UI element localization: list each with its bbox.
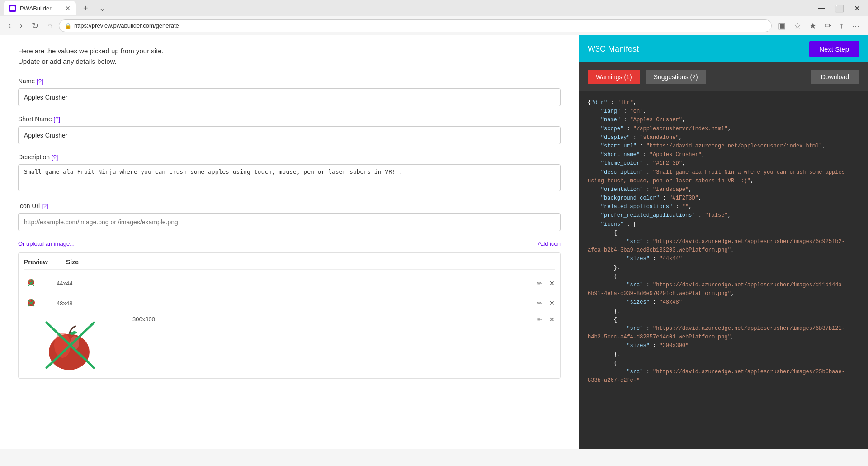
- upload-image-link[interactable]: Or upload an image...: [18, 240, 75, 247]
- lock-icon: 🔒: [65, 23, 71, 29]
- json-view: {"dir" : "ltr", "lang" : "en", "name" : …: [579, 91, 868, 449]
- icon-actions-row: Or upload an image... Add icon: [18, 240, 561, 247]
- name-help-link[interactable]: [?]: [37, 78, 43, 85]
- browser-chrome: PWABuilder ✕ + ⌄ — ⬜ ✕ ‹ › ↻ ⌂ 🔒 https:/…: [0, 0, 868, 35]
- refresh-btn[interactable]: ↻: [29, 19, 41, 33]
- intro-text: Here are the values we picked up from yo…: [18, 46, 561, 67]
- share-btn[interactable]: ↑: [837, 19, 846, 33]
- preview-header: Preview Size: [24, 258, 555, 270]
- short-name-label: Short Name [?]: [18, 115, 561, 123]
- name-input[interactable]: [18, 88, 561, 106]
- icon-url-input[interactable]: [18, 213, 561, 231]
- icon-url-label: Icon Url [?]: [18, 202, 561, 209]
- right-panel: W3C Manifest Next Step Warnings (1) Sugg…: [579, 35, 868, 449]
- delete-icon-300-btn[interactable]: ✕: [549, 316, 555, 323]
- edit-icon-44-btn[interactable]: ✏: [537, 280, 542, 287]
- name-field-group: Name [?]: [18, 77, 561, 106]
- icon-size-300: 300x300: [132, 316, 169, 323]
- new-tab-btn[interactable]: +: [80, 2, 92, 15]
- action-bar: Warnings (1) Suggestions (2) Download: [579, 62, 868, 91]
- icon-size-44: 44x44: [57, 280, 93, 287]
- delete-icon-44-btn[interactable]: ✕: [549, 280, 555, 287]
- forward-btn[interactable]: ›: [17, 19, 25, 32]
- next-step-btn[interactable]: Next Step: [809, 41, 859, 57]
- pen-btn[interactable]: ✏: [822, 19, 834, 33]
- preview-col1: Preview: [24, 258, 48, 266]
- delete-icon-48-btn[interactable]: ✕: [549, 300, 555, 307]
- icon-row-actions-48: ✏ ✕: [537, 300, 555, 307]
- icon-url-field-group: Icon Url [?]: [18, 202, 561, 231]
- browser-tab[interactable]: PWABuilder ✕: [4, 1, 76, 15]
- json-name: "Apples Crusher": [630, 117, 682, 123]
- window-controls: — ⬜ ✕: [813, 2, 864, 14]
- address-bar[interactable]: 🔒 https://preview.pwabuilder.com/generat…: [59, 19, 772, 32]
- tab-close-btn[interactable]: ✕: [65, 5, 71, 12]
- icon-row-actions-300: ✏ ✕: [537, 316, 555, 323]
- home-btn[interactable]: ⌂: [45, 19, 55, 32]
- icon-preview-section: Preview Size 44x44 ✏ ✕: [18, 252, 561, 379]
- description-label: Description [?]: [18, 153, 561, 161]
- short-name-help-link[interactable]: [?]: [54, 116, 60, 123]
- tab-icon: [9, 5, 16, 12]
- short-name-input[interactable]: [18, 126, 561, 144]
- add-icon-btn[interactable]: Add icon: [538, 240, 561, 247]
- nav-bar: ‹ › ↻ ⌂ 🔒 https://preview.pwabuilder.com…: [0, 16, 868, 35]
- manifest-header: W3C Manifest Next Step: [579, 35, 868, 62]
- favorites-btn[interactable]: ★: [807, 19, 819, 33]
- title-bar: PWABuilder ✕ + ⌄ — ⬜ ✕: [0, 0, 868, 16]
- reader-view-btn[interactable]: ▣: [775, 19, 788, 33]
- table-row: 44x44 ✏ ✕: [24, 273, 555, 293]
- main-content: Here are the values we picked up from yo…: [0, 35, 868, 449]
- short-name-field-group: Short Name [?]: [18, 115, 561, 144]
- back-btn[interactable]: ‹: [5, 19, 14, 32]
- bookmark-btn[interactable]: ☆: [791, 19, 804, 33]
- icon-url-help-link[interactable]: [?]: [42, 203, 48, 209]
- edit-icon-300-btn[interactable]: ✏: [537, 316, 542, 323]
- manifest-title: W3C Manifest: [588, 44, 639, 54]
- icon-preview-300: [24, 316, 114, 370]
- svg-rect-8: [31, 299, 32, 300]
- browser-nav-actions: ▣ ☆ ★ ✏ ↑ ⋯: [775, 19, 863, 33]
- table-row: 48x48 ✏ ✕: [24, 293, 555, 313]
- icon-row-actions-44: ✏ ✕: [537, 280, 555, 287]
- table-row: 300x300 ✏ ✕: [24, 313, 555, 373]
- left-panel: Here are the values we picked up from yo…: [0, 35, 579, 449]
- address-text: https://preview.pwabuilder.com/generate: [74, 22, 179, 29]
- preview-col2: Size: [66, 258, 79, 266]
- edit-icon-48-btn[interactable]: ✏: [537, 300, 542, 307]
- svg-rect-0: [10, 6, 15, 10]
- icon-size-48: 48x48: [57, 300, 93, 307]
- download-btn[interactable]: Download: [811, 70, 859, 84]
- description-help-link[interactable]: [?]: [52, 154, 58, 161]
- tab-label: PWABuilder: [20, 5, 52, 12]
- close-btn[interactable]: ✕: [849, 2, 864, 14]
- svg-rect-3: [31, 279, 32, 281]
- maximize-btn[interactable]: ⬜: [830, 2, 849, 14]
- icon-preview-44: [24, 276, 38, 290]
- description-input[interactable]: Small game ala Fruit Ninja where you can…: [18, 164, 561, 191]
- tab-more-btn[interactable]: ⌄: [95, 1, 109, 15]
- description-field-group: Description [?] Small game ala Fruit Nin…: [18, 153, 561, 193]
- suggestions-btn[interactable]: Suggestions (2): [646, 70, 706, 84]
- more-btn[interactable]: ⋯: [849, 19, 863, 33]
- icon-preview-48: [24, 296, 38, 310]
- minimize-btn[interactable]: —: [813, 2, 830, 14]
- name-label: Name [?]: [18, 77, 561, 85]
- warnings-btn[interactable]: Warnings (1): [588, 70, 640, 84]
